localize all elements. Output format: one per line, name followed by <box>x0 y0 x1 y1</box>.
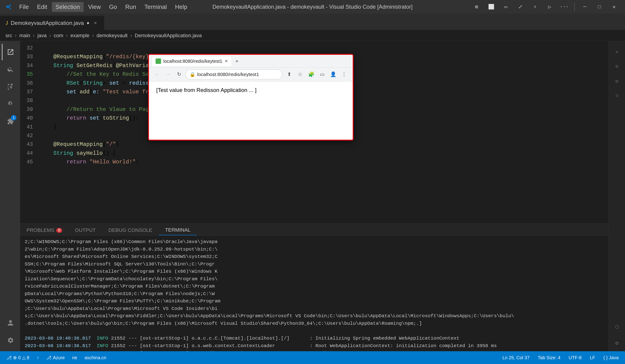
tab-modified-dot: ● <box>87 20 89 26</box>
status-ne[interactable]: ne <box>70 355 79 361</box>
vscode-logo <box>4 3 13 11</box>
tab-bar: J DemokeyvaultApplication.java ● ✕ <box>0 14 625 30</box>
browser-content: [Test value from Redisson Application ..… <box>149 82 353 140</box>
status-azure[interactable]: ⎇ Azure <box>44 354 66 361</box>
activity-settings[interactable] <box>2 332 18 348</box>
terminal-text: 2;C:\WINDOWS;C:\Program Files (x86)\Comm… <box>25 238 604 351</box>
split-btn[interactable]: ⬜ <box>485 2 498 11</box>
editor-tab-0[interactable]: J DemokeyvaultApplication.java ● ✕ <box>0 16 104 30</box>
menu-selection[interactable]: Selection <box>52 2 84 12</box>
breadcrumb: src › main › java › com › example › demo… <box>0 30 625 41</box>
menu-view[interactable]: View <box>85 2 105 12</box>
close-btn[interactable]: ✕ <box>608 2 621 11</box>
activity-explorer[interactable] <box>2 44 18 60</box>
git-icon: ⎇ <box>6 355 12 360</box>
panel-btn[interactable]: ▭ <box>499 2 512 11</box>
activity-account[interactable] <box>2 315 18 331</box>
title-bar-left: File Edit Selection View Go Run Terminal… <box>4 2 191 12</box>
activity-bottom <box>2 315 18 348</box>
browser-new-tab-btn[interactable]: + <box>233 57 241 65</box>
status-sync[interactable]: ↑ <box>35 355 41 361</box>
right-search-icon[interactable]: ⌕ <box>611 46 624 58</box>
panel-tab-output[interactable]: OUTPUT <box>68 225 102 235</box>
browser-window: localhost:8080/redis/keytest1 ✕ + ← → ↻ … <box>148 54 354 140</box>
menu-edit[interactable]: Edit <box>33 2 51 12</box>
panel: PROBLEMS 8 OUTPUT DEBUG CONSOLE TERMINAL… <box>20 224 609 351</box>
problems-badge: 8 <box>56 228 62 233</box>
code-line-44: 44 String sayHello() { <box>20 149 609 158</box>
maximize-btn[interactable]: □ <box>593 2 606 11</box>
activity-source-control[interactable] <box>2 79 18 95</box>
debug-toolbar-btn[interactable]: ⚡ <box>529 2 541 11</box>
status-cursor[interactable]: Ln 25, Col 37 <box>500 355 531 361</box>
code-line-43: 43 @RequestMapping("/") <box>20 140 609 149</box>
menu-run[interactable]: Run <box>122 2 140 12</box>
minimize-btn[interactable]: ─ <box>578 2 591 11</box>
browser-tab-bar: localhost:8080/redis/keytest1 ✕ + <box>149 55 353 68</box>
fullscreen-btn[interactable]: ⤢ <box>514 2 527 11</box>
browser-tab[interactable]: localhost:8080/redis/keytest1 ✕ <box>152 56 232 66</box>
tab-label: DemokeyvaultApplication.java <box>11 20 84 26</box>
status-bar: ⎇ ⊗ 0 △ 8 ↑ ⎇ Azure ne aschina.cn Ln 25,… <box>0 351 625 364</box>
window-controls: ⊞ ⬜ ▭ ⤢ ⚡ ▷ ··· ─ □ ✕ <box>470 2 621 11</box>
menu-help[interactable]: Help <box>171 2 191 12</box>
breadcrumb-part-0[interactable]: src <box>5 33 12 39</box>
status-warnings: △ 8 <box>22 355 30 360</box>
browser-toolbar-right: ⬆ ☆ 🧩 ▭ 👤 ⋮ <box>284 69 349 80</box>
status-encoding[interactable]: UTF-8 <box>567 355 583 361</box>
breadcrumb-part-5[interactable]: demokeyvault <box>97 33 128 39</box>
status-eol[interactable]: LF <box>588 355 597 361</box>
right-refs-icon[interactable]: ⌗ <box>611 89 624 102</box>
tab-close-btn[interactable]: ✕ <box>92 20 98 26</box>
activity-extensions[interactable]: 1 <box>2 113 18 130</box>
right-account-icon[interactable]: ◯ <box>611 320 624 333</box>
menu-file[interactable]: File <box>16 2 32 12</box>
browser-menu-btn[interactable]: ⋮ <box>339 69 349 80</box>
browser-extensions-btn[interactable]: 🧩 <box>306 69 316 80</box>
browser-favicon <box>156 58 161 64</box>
browser-sidebar-btn[interactable]: ▭ <box>317 69 327 80</box>
activity-search[interactable] <box>2 61 18 78</box>
menu-go[interactable]: Go <box>106 2 121 12</box>
right-settings-icon[interactable]: ⚙ <box>611 336 624 349</box>
breadcrumb-part-2[interactable]: java <box>37 33 47 39</box>
status-language[interactable]: { } Java <box>601 355 621 361</box>
run-btn[interactable]: ▷ <box>543 2 556 11</box>
browser-share-btn[interactable]: ⬆ <box>284 69 294 80</box>
browser-profile-btn[interactable]: 👤 <box>328 69 338 80</box>
panel-tab-debug-console[interactable]: DEBUG CONSOLE <box>102 225 159 235</box>
breadcrumb-part-1[interactable]: main <box>19 33 30 39</box>
sync-icon: ↑ <box>36 355 39 360</box>
browser-bookmark-btn[interactable]: ☆ <box>295 69 305 80</box>
title-bar: File Edit Selection View Go Run Terminal… <box>0 0 625 14</box>
panel-tab-problems[interactable]: PROBLEMS 8 <box>20 225 68 235</box>
more-btn[interactable]: ··· <box>558 2 571 11</box>
right-outline-icon[interactable]: ≡ <box>611 60 624 73</box>
status-errors: ⊗ 0 <box>13 355 21 360</box>
window-title: DemokeyvaultApplication.java - demokeyva… <box>213 4 412 10</box>
right-bar: ⌕ ≡ ⊘ ⌗ ◯ ⚙ <box>609 41 625 351</box>
menu-terminal[interactable]: Terminal <box>141 2 170 12</box>
browser-body-text: [Test value from Redisson Application ..… <box>156 87 256 93</box>
layout-btn[interactable]: ⊞ <box>470 2 483 11</box>
activity-bar: 1 <box>0 41 20 351</box>
breadcrumb-part-3[interactable]: com <box>54 33 63 39</box>
status-domain[interactable]: aschina.cn <box>83 355 108 361</box>
code-line-32: 32 <box>20 44 609 53</box>
browser-refresh-btn[interactable]: ↻ <box>175 70 184 79</box>
status-left: ⎇ ⊗ 0 △ 8 ↑ ⎇ Azure ne aschina.cn <box>4 354 108 361</box>
terminal-content[interactable]: 2;C:\WINDOWS;C:\Program Files (x86)\Comm… <box>20 235 609 351</box>
status-git-branch[interactable]: ⎇ ⊗ 0 △ 8 <box>4 354 31 361</box>
browser-tab-close-btn[interactable]: ✕ <box>224 59 228 64</box>
activity-debug[interactable] <box>2 96 18 112</box>
extensions-badge: 1 <box>11 115 16 120</box>
browser-forward-btn[interactable]: → <box>163 70 173 79</box>
breadcrumb-part-4[interactable]: example <box>70 33 89 39</box>
panel-tab-terminal[interactable]: TERMINAL <box>159 225 197 235</box>
breadcrumb-part-6[interactable]: DemokeyvaultApplication.java <box>135 33 202 39</box>
java-file-icon: J <box>5 20 8 26</box>
browser-back-btn[interactable]: ← <box>153 70 162 79</box>
browser-address-bar[interactable]: 🔒 localhost:8080/redis/keytest1 <box>186 69 282 80</box>
right-timeline-icon[interactable]: ⊘ <box>611 75 624 88</box>
status-tab-size[interactable]: Tab Size: 4 <box>536 355 562 361</box>
